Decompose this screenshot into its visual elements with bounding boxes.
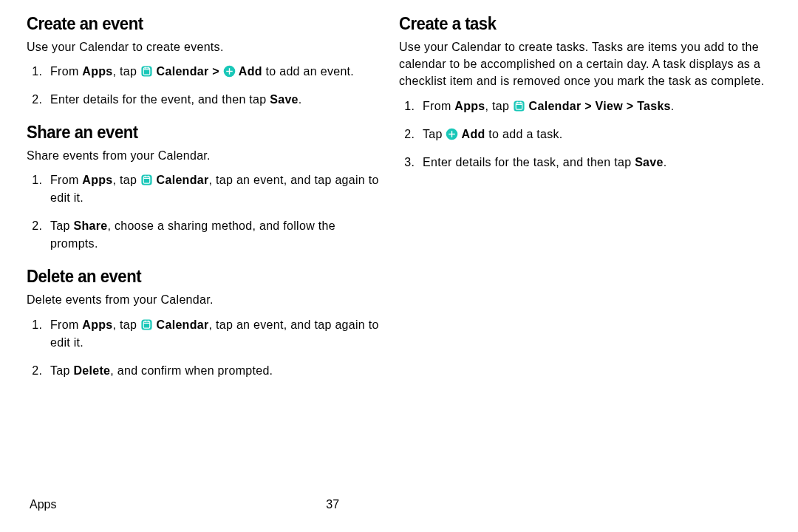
steps-create-task: From Apps, tap Calendar > View > Tasks. …: [399, 98, 771, 171]
text: From: [50, 174, 82, 186]
intro-delete-event: Delete events from your Calendar.: [27, 291, 381, 308]
heading-create-task: Create a task: [399, 13, 771, 34]
columns: Create an event Use your Calendar to cre…: [27, 0, 771, 384]
apps-label: Apps: [82, 174, 112, 186]
list-item: Tap Add to add a task.: [418, 126, 771, 143]
steps-delete-event: From Apps, tap Calendar, tap an event, a…: [27, 316, 381, 380]
calendar-icon: [140, 65, 153, 78]
heading-delete-event: Delete an event: [27, 266, 381, 287]
text: to add a task.: [485, 128, 563, 140]
list-item: From Apps, tap Calendar, tap an event, a…: [46, 316, 381, 352]
text: From: [423, 100, 454, 112]
calendar-label: Calendar: [153, 174, 209, 186]
delete-label: Delete: [73, 364, 110, 377]
calendar-icon: [140, 318, 153, 331]
calendar-icon: [140, 174, 153, 186]
text: .: [299, 93, 302, 106]
apps-label: Apps: [454, 100, 485, 112]
text: Enter details for the task, and then tap: [423, 156, 635, 168]
left-column: Create an event Use your Calendar to cre…: [27, 0, 399, 384]
text: , tap: [112, 65, 140, 78]
text: Tap: [50, 364, 73, 377]
text: From: [50, 65, 82, 78]
footer-page-number: 37: [326, 498, 339, 511]
apps-label: Apps: [82, 65, 112, 78]
text: .: [671, 100, 675, 112]
heading-delete-event-text: Delete an event: [27, 266, 141, 287]
calendar-path-label: Calendar > View > Tasks: [525, 100, 671, 112]
intro-share-event: Share events from your Calendar.: [27, 147, 381, 164]
text: , tap: [485, 100, 512, 112]
footer: Apps 37: [27, 498, 771, 514]
list-item: From Apps, tap Calendar > Add to add an …: [46, 63, 381, 81]
calendar-label: Calendar >: [153, 65, 223, 78]
heading-share-event: Share an event: [27, 122, 381, 143]
intro-create-event: Use your Calendar to create events.: [27, 38, 381, 55]
list-item: From Apps, tap Calendar > View > Tasks.: [418, 98, 771, 115]
text: , tap: [112, 174, 140, 186]
add-icon: [446, 128, 458, 140]
add-label: Add: [236, 65, 262, 78]
text: From: [50, 318, 82, 331]
heading-create-event-text: Create an event: [27, 13, 143, 34]
heading-share-event-text: Share an event: [27, 122, 138, 143]
text: Tap: [423, 128, 446, 140]
add-label: Add: [458, 128, 485, 140]
list-item: From Apps, tap Calendar, tap an event, a…: [46, 171, 381, 207]
apps-label: Apps: [82, 318, 112, 331]
list-item: Enter details for the event, and then ta…: [46, 91, 381, 109]
page: Create an event Use your Calendar to cre…: [0, 0, 798, 532]
intro-create-task: Use your Calendar to create tasks. Tasks…: [399, 38, 771, 90]
text: to add an event.: [262, 65, 354, 78]
list-item: Tap Delete, and confirm when prompted.: [46, 362, 381, 380]
share-label: Share: [73, 219, 107, 232]
save-label: Save: [270, 93, 299, 106]
list-item: Tap Share, choose a sharing method, and …: [46, 217, 381, 253]
calendar-icon: [513, 100, 525, 112]
text: , and confirm when prompted.: [110, 364, 273, 377]
steps-create-event: From Apps, tap Calendar > Add to add an …: [27, 63, 381, 109]
heading-create-event: Create an event: [27, 13, 381, 34]
text: Tap: [50, 219, 73, 232]
text: .: [664, 156, 667, 168]
list-item: Enter details for the task, and then tap…: [418, 154, 771, 171]
footer-section: Apps: [30, 498, 56, 511]
calendar-label: Calendar: [153, 318, 209, 331]
text: Enter details for the event, and then ta…: [50, 93, 270, 106]
right-column: Create a task Use your Calendar to creat…: [399, 0, 771, 384]
text: , tap: [112, 318, 140, 331]
save-label: Save: [635, 156, 664, 168]
add-icon: [223, 65, 236, 78]
steps-share-event: From Apps, tap Calendar, tap an event, a…: [27, 171, 381, 253]
heading-create-task-text: Create a task: [399, 13, 497, 34]
